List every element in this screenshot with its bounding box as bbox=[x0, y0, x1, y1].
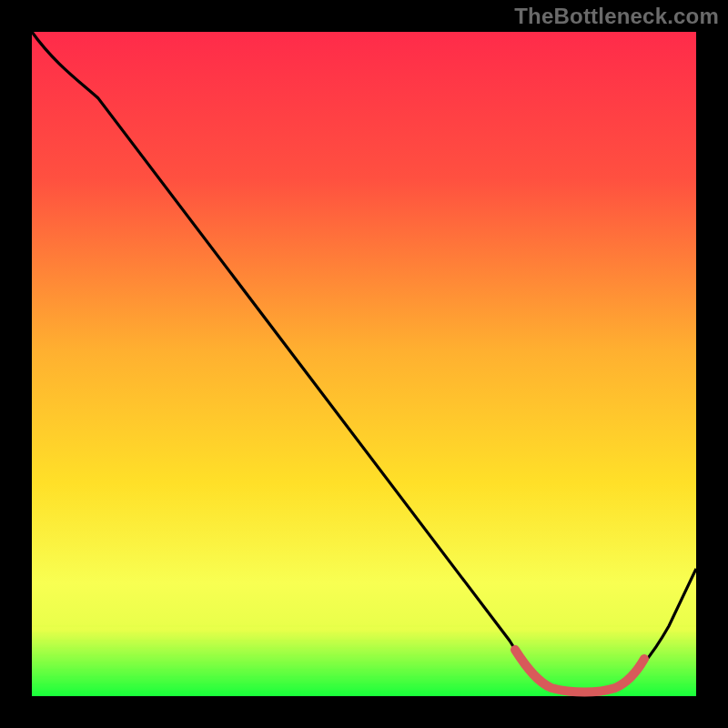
watermark-text: TheBottleneck.com bbox=[514, 4, 719, 29]
bottleneck-chart bbox=[0, 0, 728, 728]
plot-area bbox=[32, 32, 696, 696]
